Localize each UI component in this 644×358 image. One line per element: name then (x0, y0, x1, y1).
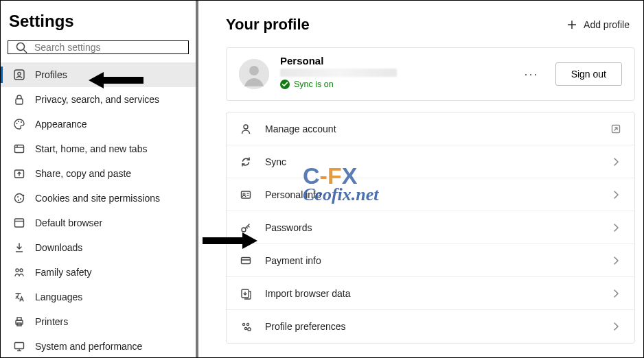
row-label: Manage account (265, 123, 597, 134)
sidebar-item-profiles[interactable]: Profiles (1, 62, 196, 87)
sidebar-item-label: Cookies and site permissions (35, 193, 160, 204)
sidebar-item-family[interactable]: Family safety (1, 260, 196, 285)
share-icon (13, 167, 25, 180)
sidebar-item-privacy[interactable]: Privacy, search, and services (1, 87, 196, 112)
sign-out-button[interactable]: Sign out (555, 62, 622, 86)
row-label: Sync (265, 156, 597, 167)
sidebar-item-languages[interactable]: Languages (1, 285, 196, 309)
profile-info: Personal Sync is on (280, 55, 508, 89)
key-icon (239, 221, 253, 235)
row-label: Import browser data (265, 288, 597, 299)
settings-sidebar: Settings Profiles Privacy, search, and s… (1, 1, 198, 357)
search-settings-field[interactable] (8, 40, 189, 54)
sync-icon (239, 155, 253, 169)
row-label: Personal info (265, 189, 597, 200)
card-icon (239, 254, 253, 267)
row-import-data[interactable]: Import browser data (227, 277, 634, 310)
profile-options-list: Manage account Sync Personal info Passwo… (226, 112, 635, 344)
sidebar-item-share[interactable]: Share, copy and paste (1, 161, 196, 186)
language-icon (13, 291, 25, 303)
chevron-right-icon (610, 222, 622, 234)
sidebar-item-label: Share, copy and paste (35, 168, 131, 179)
sidebar-item-label: Privacy, search, and services (35, 94, 159, 105)
check-circle-icon (280, 80, 290, 89)
profile-card: Personal Sync is on ··· Sign out (226, 47, 635, 101)
row-label: Payment info (265, 255, 597, 266)
sidebar-item-downloads[interactable]: Downloads (1, 235, 196, 260)
row-manage-account[interactable]: Manage account (227, 112, 634, 145)
sidebar-item-start-home[interactable]: Start, home, and new tabs (1, 136, 196, 161)
chevron-right-icon (610, 320, 622, 333)
sidebar-item-label: Languages (35, 291, 82, 302)
row-label: Passwords (265, 222, 597, 233)
main-content: Your profile Add profile Personal Sync i… (198, 1, 643, 357)
lock-icon (13, 93, 25, 106)
import-icon (239, 287, 253, 300)
sidebar-item-label: Start, home, and new tabs (35, 143, 147, 154)
avatar (239, 59, 269, 89)
chevron-right-icon (610, 156, 622, 168)
chevron-right-icon (610, 254, 622, 267)
plus-icon (566, 19, 578, 31)
more-actions-button[interactable]: ··· (519, 63, 544, 86)
sidebar-item-default-browser[interactable]: Default browser (1, 211, 196, 235)
search-input[interactable] (34, 42, 181, 53)
sync-status: Sync is on (280, 80, 508, 89)
sidebar-item-appearance[interactable]: Appearance (1, 112, 196, 136)
sidebar-item-label: Appearance (35, 119, 87, 130)
sidebar-item-label: Printers (35, 316, 68, 327)
cookie-icon (13, 192, 25, 204)
chevron-right-icon (610, 287, 622, 300)
add-profile-label: Add profile (584, 19, 630, 30)
printer-icon (13, 315, 25, 328)
row-profile-preferences[interactable]: Profile preferences (227, 310, 634, 343)
sidebar-item-label: System and performance (35, 341, 142, 352)
personal-info-icon (239, 188, 253, 202)
browser-icon (13, 217, 25, 229)
download-icon (13, 241, 25, 254)
sidebar-nav: Profiles Privacy, search, and services A… (1, 62, 196, 358)
row-passwords[interactable]: Passwords (227, 211, 634, 244)
sidebar-item-label: Default browser (35, 217, 102, 228)
system-icon (13, 340, 25, 353)
row-sync[interactable]: Sync (227, 145, 634, 178)
appearance-icon (13, 118, 25, 130)
family-icon (13, 266, 25, 278)
sidebar-item-label: Family safety (35, 267, 91, 278)
add-profile-button[interactable]: Add profile (560, 14, 635, 35)
external-link-icon (610, 123, 622, 135)
sidebar-item-label: Profiles (35, 69, 67, 80)
sidebar-item-printers[interactable]: Printers (1, 309, 196, 334)
profile-email-redacted (280, 69, 397, 77)
sidebar-item-system[interactable]: System and performance (1, 334, 196, 358)
page-title: Your profile (226, 16, 310, 34)
sidebar-title: Settings (1, 12, 196, 40)
sidebar-item-cookies[interactable]: Cookies and site permissions (1, 186, 196, 211)
person-icon (239, 122, 253, 136)
profile-icon (13, 69, 25, 81)
row-payment-info[interactable]: Payment info (227, 244, 634, 277)
search-icon (15, 41, 27, 53)
tab-icon (13, 143, 25, 155)
main-header: Your profile Add profile (226, 14, 635, 35)
prefs-icon (239, 320, 253, 333)
profile-name: Personal (280, 55, 508, 67)
row-personal-info[interactable]: Personal info (227, 178, 634, 211)
sidebar-item-label: Downloads (35, 242, 82, 253)
sync-status-label: Sync is on (294, 80, 334, 89)
chevron-right-icon (610, 189, 622, 201)
row-label: Profile preferences (265, 321, 597, 332)
